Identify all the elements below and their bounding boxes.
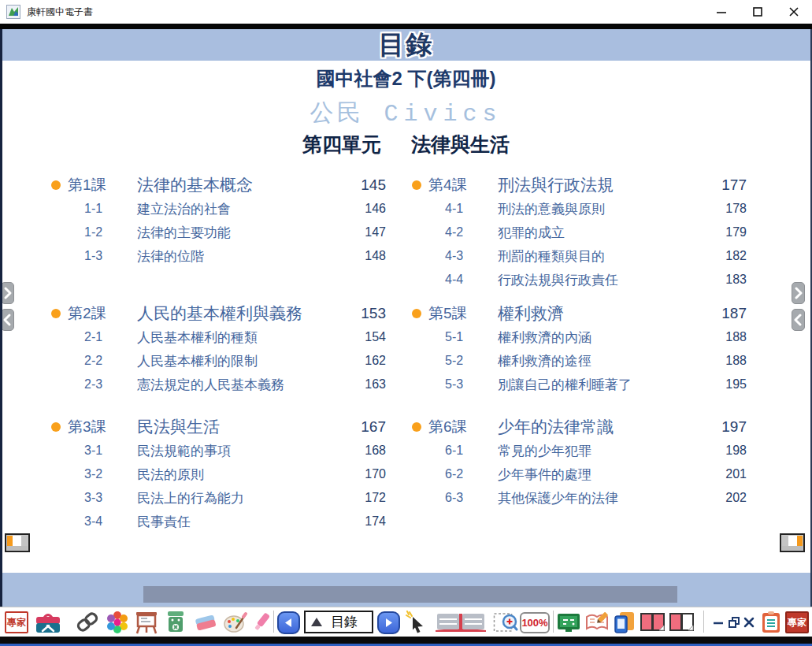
right-panel-next-arrow[interactable] — [792, 282, 805, 304]
subitem-page: 148 — [347, 249, 386, 263]
link-tool-button[interactable] — [76, 611, 99, 634]
recycle-robot-button[interactable] — [164, 611, 187, 634]
window-close-button[interactable] — [776, 0, 812, 24]
page-corner-flip-right[interactable] — [780, 533, 805, 552]
subitem-page: 146 — [347, 202, 386, 216]
chapter-label: 第2課 — [68, 303, 106, 324]
subitem-page: 183 — [707, 273, 747, 287]
app-close-button[interactable] — [743, 611, 755, 634]
cursor-tool-button[interactable] — [405, 611, 428, 634]
page-selector-label: 目錄 — [322, 613, 366, 631]
expert-mode-button-left[interactable]: 專家 — [5, 611, 28, 634]
subitem-number: 6-1 — [445, 444, 463, 458]
maximize-icon — [752, 6, 763, 17]
subitem-number: 4-3 — [445, 249, 463, 263]
left-panel-next-arrow[interactable] — [1, 282, 14, 304]
toc-banner: 目錄 — [0, 29, 812, 61]
zoom-level-button[interactable]: 100% — [520, 611, 550, 634]
eraser-button[interactable] — [193, 611, 218, 634]
restore-icon — [727, 615, 741, 629]
chevron-left-icon — [793, 313, 803, 327]
subitem-page: 202 — [707, 491, 747, 505]
clipboard-button[interactable] — [760, 611, 782, 634]
open-book-button[interactable] — [433, 611, 488, 634]
subitem-title: 民法的原則 — [137, 466, 347, 484]
toc-subitem-row[interactable]: 2-2人民基本權利的限制162 — [49, 349, 386, 373]
expert-badge-icon: 專家 — [785, 611, 809, 633]
toc-chapter-row[interactable]: 第1課法律的基本概念145 — [49, 173, 386, 197]
toc-chapter-row[interactable]: 第6課少年的法律常識197 — [410, 415, 747, 439]
easel-button[interactable] — [134, 611, 159, 634]
toc-subitem-row[interactable]: 4-4行政法規與行政責任183 — [410, 268, 747, 291]
app-minimize-button[interactable] — [711, 611, 725, 634]
toc-subitem-row[interactable]: 4-2犯罪的成立179 — [410, 221, 747, 244]
chapter-page: 197 — [707, 418, 747, 436]
toc-subitem-row[interactable]: 1-3法律的位階148 — [49, 244, 386, 268]
subitem-title: 法律的位階 — [137, 247, 347, 265]
next-page-button[interactable] — [377, 611, 400, 634]
left-panel-prev-arrow[interactable] — [1, 309, 14, 331]
close-icon — [743, 617, 755, 628]
chapter-bullet-icon — [51, 422, 61, 432]
toc-subitem-row[interactable]: 3-4民事責任174 — [49, 510, 386, 533]
window-maximize-button[interactable] — [740, 0, 776, 24]
toc-subitem-row[interactable]: 2-1人民基本權利的種類154 — [49, 325, 386, 349]
toc-subitem-row[interactable]: 3-1民法規範的事項168 — [49, 439, 386, 462]
toc-subitem-row[interactable]: 5-1權利救濟的內涵188 — [410, 325, 747, 349]
subject-en: Civics — [384, 101, 502, 128]
chapter-label: 第3課 — [68, 417, 106, 437]
toc-subitem-row[interactable]: 2-3憲法規定的人民基本義務163 — [49, 373, 386, 396]
toc-chapter-row[interactable]: 第4課刑法與行政法規177 — [410, 173, 747, 197]
right-panel-prev-arrow[interactable] — [792, 309, 805, 331]
toc-subitem-row[interactable]: 5-2權利救濟的途徑188 — [410, 349, 747, 373]
palette-icon — [222, 611, 247, 634]
subitem-page: 163 — [347, 377, 386, 392]
two-page-view-button[interactable] — [640, 611, 666, 634]
window-minimize-button[interactable] — [703, 0, 740, 24]
color-wheel-button[interactable] — [105, 611, 130, 634]
toc-subitem-row[interactable]: 1-1建立法治的社會146 — [49, 197, 386, 221]
toc-subitem-row[interactable]: 5-3別讓自己的權利睡著了195 — [410, 373, 747, 396]
chalkboard-button[interactable] — [556, 611, 581, 634]
toc-subitem-row[interactable]: 6-2少年事件的處理201 — [410, 462, 747, 486]
app-logo-icon — [6, 5, 20, 19]
chapter-block: 第3課民法與生活1673-1民法規範的事項1683-2民法的原則1703-3民法… — [49, 415, 386, 533]
subitem-number: 3-4 — [84, 514, 102, 529]
drawer-handle[interactable] — [143, 586, 677, 603]
toc-subitem-row[interactable]: 6-3其他保護少年的法律202 — [410, 486, 747, 510]
subitem-number: 1-1 — [84, 202, 102, 216]
subitem-title: 權利救濟的途徑 — [498, 352, 707, 370]
minimize-icon — [716, 6, 727, 17]
devices-icon — [613, 611, 636, 634]
toc-subitem-row[interactable]: 3-3民法上的行為能力172 — [49, 486, 386, 510]
subitem-title: 其他保護少年的法律 — [498, 489, 707, 507]
page-flip-icon — [5, 533, 30, 552]
subitem-number: 4-2 — [445, 225, 463, 239]
workbook-button[interactable] — [584, 611, 610, 634]
toc-chapter-row[interactable]: 第3課民法與生活167 — [49, 415, 386, 439]
app-restore-button[interactable] — [727, 611, 741, 634]
toc-subitem-row[interactable]: 4-3刑罰的種類與目的182 — [410, 244, 747, 268]
prev-page-button[interactable] — [277, 611, 300, 634]
devices-button[interactable] — [613, 611, 636, 634]
toc-chapter-row[interactable]: 第5課權利救濟187 — [410, 302, 747, 325]
toc-subitem-row[interactable]: 1-2法律的主要功能147 — [49, 221, 386, 244]
arrow-right-icon — [377, 611, 400, 634]
toc-chapter-row[interactable]: 第2課人民的基本權利與義務153 — [49, 302, 386, 325]
subitem-number: 3-2 — [84, 467, 102, 481]
toolbox-button[interactable] — [35, 611, 61, 634]
page-selector[interactable]: 目錄 — [304, 611, 373, 633]
toc-subitem-row[interactable]: 3-2民法的原則170 — [49, 462, 386, 486]
expert-mode-button-right[interactable]: 專家 — [785, 611, 809, 634]
single-page-view-button[interactable] — [669, 611, 695, 634]
two-page-mixed-icon — [669, 611, 695, 633]
two-page-red-icon — [640, 611, 666, 633]
toc-subitem-row[interactable]: 6-1常見的少年犯罪198 — [410, 439, 747, 462]
toc-subitem-row[interactable]: 4-1刑法的意義與原則178 — [410, 197, 747, 221]
highlighter-button[interactable] — [250, 611, 273, 634]
subitem-number: 4-1 — [445, 202, 463, 216]
zoom-select-button[interactable] — [493, 611, 518, 634]
page-corner-flip-left[interactable] — [5, 533, 30, 552]
palette-button[interactable] — [222, 611, 247, 634]
chapter-title: 法律的基本概念 — [137, 174, 347, 196]
